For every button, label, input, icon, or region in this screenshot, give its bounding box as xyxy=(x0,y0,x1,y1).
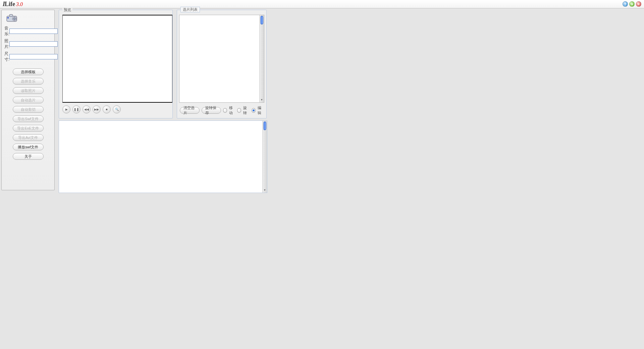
piclist-legend: 选片列表 xyxy=(180,7,200,12)
sidebar-button-6: 导出ExE文件 xyxy=(13,125,44,132)
minimize-button[interactable]: ▾ xyxy=(629,1,635,7)
rewind-button[interactable]: ◀◀ xyxy=(83,105,91,113)
app-logo: I Life 3.0 xyxy=(3,1,23,8)
svg-rect-1 xyxy=(9,14,13,16)
forward-button[interactable]: ▶▶ xyxy=(93,105,101,113)
camera-icon xyxy=(6,13,19,22)
clear-selection-button[interactable]: 清空选片 xyxy=(180,107,200,114)
sidebar-button-9[interactable]: 关于 xyxy=(13,153,44,160)
zoom-button[interactable]: 🔍 xyxy=(113,105,121,113)
sidebar-button-4: 自动剪切 xyxy=(13,106,44,113)
preview-surface xyxy=(62,15,172,103)
rotate-radio[interactable] xyxy=(237,108,241,113)
scrollbar-down-icon[interactable]: ▾ xyxy=(263,188,266,192)
scrollbar-thumb[interactable] xyxy=(263,121,266,130)
photo-field[interactable] xyxy=(9,41,58,47)
size-field[interactable] xyxy=(9,54,58,59)
sidebar-button-1: 选择音乐 xyxy=(13,78,44,85)
preview-group: 预览 ▶ ❚❚ ◀◀ ▶▶ ■ 🔍 xyxy=(59,10,173,118)
play-button[interactable]: ▶ xyxy=(62,105,70,113)
move-radio[interactable] xyxy=(223,108,227,113)
sidebar-button-2: 读取照片 xyxy=(13,87,44,94)
sidebar: 音乐: 照片: 尺寸: 选择模板选择音乐读取照片自动选片自动剪切导出Swf文件导… xyxy=(1,10,55,190)
svg-point-3 xyxy=(13,18,16,20)
pause-button[interactable]: ❚❚ xyxy=(72,105,80,113)
photo-label: 照片: xyxy=(4,38,9,50)
piclist-group: 选片列表 ▾ 清空选片 旋转保存 移动 旋转 编辑 xyxy=(177,10,267,118)
svg-point-4 xyxy=(7,17,9,18)
sidebar-button-8[interactable]: 播放swf文件 xyxy=(13,144,44,150)
sidebar-button-3: 自动选片 xyxy=(13,97,44,103)
sidebar-button-5: 导出Swf文件 xyxy=(13,115,44,122)
move-radio-label: 移动 xyxy=(229,105,235,115)
sidebar-button-7: 导出Avi文件 xyxy=(13,134,44,141)
sidebar-button-0[interactable]: 选择模板 xyxy=(13,68,44,75)
logo-version: 3.0 xyxy=(16,1,23,7)
music-label: 音乐: xyxy=(4,26,9,37)
edit-radio-label: 编辑 xyxy=(258,105,264,115)
preview-legend: 预览 xyxy=(62,7,72,12)
scrollbar-thumb[interactable] xyxy=(260,16,263,24)
scrollbar-down-icon[interactable]: ▾ xyxy=(260,98,263,102)
help-button[interactable]: ? xyxy=(623,1,628,7)
timeline-panel: ▾ xyxy=(59,120,267,193)
stop-button[interactable]: ■ xyxy=(103,105,111,113)
title-bar: I Life 3.0 ? ▾ × xyxy=(0,0,644,8)
rotate-radio-label: 旋转 xyxy=(243,105,249,115)
music-field[interactable] xyxy=(9,29,58,34)
timeline-scrollbar[interactable]: ▾ xyxy=(262,121,267,193)
save-rotation-button[interactable]: 旋转保存 xyxy=(202,107,221,114)
piclist-scrollbar[interactable]: ▾ xyxy=(259,15,264,102)
piclist-area: ▾ xyxy=(179,15,264,103)
logo-word-life: Life xyxy=(5,1,15,8)
edit-radio[interactable] xyxy=(252,108,256,113)
close-button[interactable]: × xyxy=(636,1,641,7)
size-label: 尺寸: xyxy=(4,51,9,62)
